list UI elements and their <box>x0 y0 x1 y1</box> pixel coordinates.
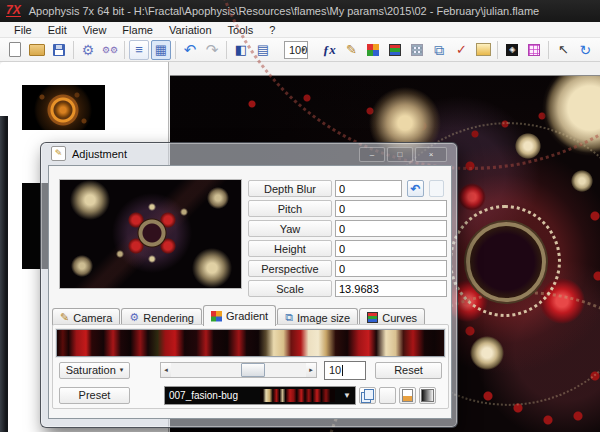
menu-variation[interactable]: Variation <box>161 24 220 36</box>
undo-icon[interactable]: ↶ <box>180 40 200 60</box>
slider-right-arrow[interactable]: ▸ <box>306 363 316 377</box>
yaw-label[interactable]: Yaw <box>248 220 332 237</box>
adjust-preview-image <box>59 179 242 289</box>
adjust-fields: Depth Blur ↶ Pitch Yaw Height <box>248 180 447 297</box>
flame-list-icon[interactable]: ≡ <box>129 40 149 60</box>
preset-name: 007_fasion-bug <box>169 390 238 401</box>
slider-track[interactable] <box>171 363 306 377</box>
field-row-height: Height <box>248 240 447 257</box>
open-icon-button[interactable] <box>27 40 47 60</box>
flame-grid-icon[interactable]: ▦ <box>151 40 171 60</box>
perspective-label[interactable]: Perspective <box>248 260 332 277</box>
close-button[interactable]: × <box>415 147 447 162</box>
height-input[interactable] <box>335 240 447 257</box>
tab-camera-label: Camera <box>73 312 112 324</box>
slider-value-input[interactable]: 10 <box>324 361 366 380</box>
scale-input[interactable] <box>335 280 447 297</box>
fractal-ring-inner <box>466 222 546 302</box>
preset-dropdown-arrow[interactable]: ▼ <box>343 391 351 400</box>
adjustment-dialog: ✎ Adjustment – □ × Depth Blur ↶ Pitch <box>40 142 458 428</box>
depth-blur-input[interactable] <box>335 180 402 197</box>
field-row-depth-blur: Depth Blur ↶ <box>248 180 447 197</box>
save-gradient-button[interactable] <box>399 387 416 404</box>
app-logo-icon: 7X <box>6 5 21 17</box>
tab-gradient-label: Gradient <box>226 310 268 322</box>
field-row-yaw: Yaw <box>248 220 447 237</box>
saturation-mode-button[interactable]: Saturation ▾ <box>59 362 130 379</box>
scale-label[interactable]: Scale <box>248 280 332 297</box>
camera-tab-icon: ✎ <box>60 312 69 323</box>
tab-image-size-label: Image size <box>297 312 350 324</box>
redo-icon[interactable]: ↷ <box>202 40 222 60</box>
paste-gradient-button[interactable] <box>379 387 396 404</box>
screen: 7X Apophysis 7x 64 bit - H:\Fractal\Apop… <box>0 0 600 432</box>
field-redo-button[interactable] <box>429 180 444 197</box>
slider-left-arrow[interactable]: ◂ <box>161 363 171 377</box>
pitch-label[interactable]: Pitch <box>248 200 332 217</box>
save-icon-button[interactable] <box>49 40 69 60</box>
field-row-perspective: Perspective <box>248 260 447 277</box>
gradient-slider[interactable]: ◂ ▸ <box>160 362 317 378</box>
saturation-mode-label: Saturation <box>66 364 116 376</box>
gradient-controls: Saturation ▾ ◂ ▸ 10 Reset <box>59 361 446 379</box>
preset-dropdown[interactable]: 007_fasion-bug ▼ <box>164 386 356 405</box>
preset-mini-gradient <box>260 389 335 402</box>
gradient-strip[interactable] <box>56 329 445 357</box>
field-row-pitch: Pitch <box>248 200 447 217</box>
menu-edit[interactable]: Edit <box>40 24 75 36</box>
dialog-tabs: ✎ Camera ⚙ Rendering Gradient ⧉ Image si… <box>52 305 426 326</box>
file-page-icon <box>402 389 413 402</box>
grayscale-icon <box>421 389 434 402</box>
menu-view[interactable]: View <box>75 24 115 36</box>
adjustment-icon: ✎ <box>51 146 66 161</box>
field-undo-button[interactable]: ↶ <box>407 180 424 197</box>
toolbar-separator <box>124 41 125 59</box>
text-caret <box>342 365 343 376</box>
settings-gear-icon[interactable]: ⚙ <box>78 40 98 60</box>
new-flame-icon-button[interactable] <box>5 40 25 60</box>
dialog-title-bar[interactable]: ✎ Adjustment <box>51 146 127 161</box>
perspective-input[interactable] <box>335 260 447 277</box>
height-label[interactable]: Height <box>248 240 332 257</box>
menu-flame[interactable]: Flame <box>114 24 161 36</box>
slider-thumb[interactable] <box>241 363 265 377</box>
minimize-button[interactable]: – <box>359 147 385 162</box>
tab-rendering-label: Rendering <box>143 312 194 324</box>
maximize-button[interactable]: □ <box>387 147 413 162</box>
grayscale-gradient-button[interactable] <box>419 387 436 404</box>
toolbar-separator <box>73 41 74 59</box>
dialog-window-buttons: – □ × <box>359 147 447 162</box>
dialog-title: Adjustment <box>72 148 127 160</box>
new-flame-icon <box>9 42 21 57</box>
pitch-input[interactable] <box>335 200 447 217</box>
script-gears-icon[interactable]: ⚙⚙ <box>100 40 120 60</box>
pencil-icon: ✎ <box>55 149 63 158</box>
chevron-down-icon: ▾ <box>120 366 124 374</box>
curves-tab-icon <box>367 312 378 323</box>
rendering-tab-icon: ⚙ <box>129 312 139 323</box>
field-row-scale: Scale <box>248 280 447 297</box>
reset-button[interactable]: Reset <box>375 362 442 379</box>
depth-blur-label[interactable]: Depth Blur <box>248 180 332 197</box>
image-size-tab-icon: ⧉ <box>285 312 293 323</box>
toolbar-separator <box>175 41 176 59</box>
copy-gradient-button[interactable] <box>359 387 376 404</box>
gradient-tab-icon <box>211 311 222 322</box>
window-edge <box>0 116 8 432</box>
preset-button[interactable]: Preset <box>59 387 130 404</box>
dialog-client: Depth Blur ↶ Pitch Yaw Height <box>48 165 452 419</box>
open-icon <box>29 44 45 56</box>
tab-curves-label: Curves <box>382 312 417 324</box>
toolbar-separator <box>226 41 227 59</box>
tab-gradient[interactable]: Gradient <box>203 305 276 326</box>
menu-file[interactable]: File <box>6 24 40 36</box>
preset-controls: Preset 007_fasion-bug ▼ <box>59 385 446 405</box>
undo-icon: ↶ <box>410 183 420 195</box>
yaw-input[interactable] <box>335 220 447 237</box>
slider-value: 10 <box>329 364 341 376</box>
copy-icon <box>364 389 374 400</box>
flame-thumbnail-1[interactable] <box>22 85 105 130</box>
save-icon <box>53 44 65 56</box>
